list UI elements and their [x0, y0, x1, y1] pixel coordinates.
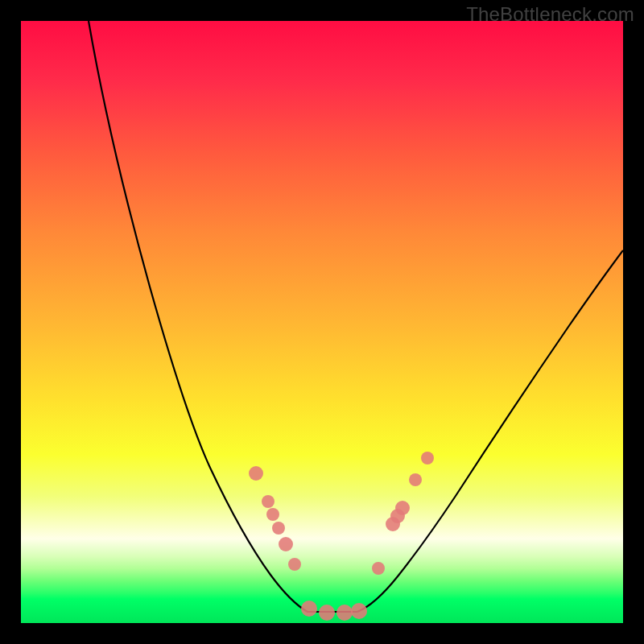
- data-point: [266, 508, 279, 521]
- curve-layer: [21, 21, 623, 623]
- plot-area: [21, 21, 623, 623]
- data-point: [262, 495, 275, 508]
- chart-stage: TheBottleneck.com: [0, 0, 644, 644]
- data-point: [272, 522, 285, 535]
- data-point: [249, 466, 263, 481]
- data-point: [336, 605, 353, 621]
- data-point: [421, 452, 434, 464]
- data-point: [301, 601, 317, 617]
- marker-group: [249, 452, 434, 621]
- data-point: [395, 501, 410, 515]
- curve-right: [357, 250, 623, 612]
- data-point: [319, 605, 335, 621]
- data-point: [279, 537, 293, 551]
- watermark-text: TheBottleneck.com: [466, 3, 634, 26]
- data-point: [409, 473, 422, 486]
- data-point: [288, 558, 301, 571]
- data-point: [372, 562, 385, 575]
- data-point: [351, 603, 367, 619]
